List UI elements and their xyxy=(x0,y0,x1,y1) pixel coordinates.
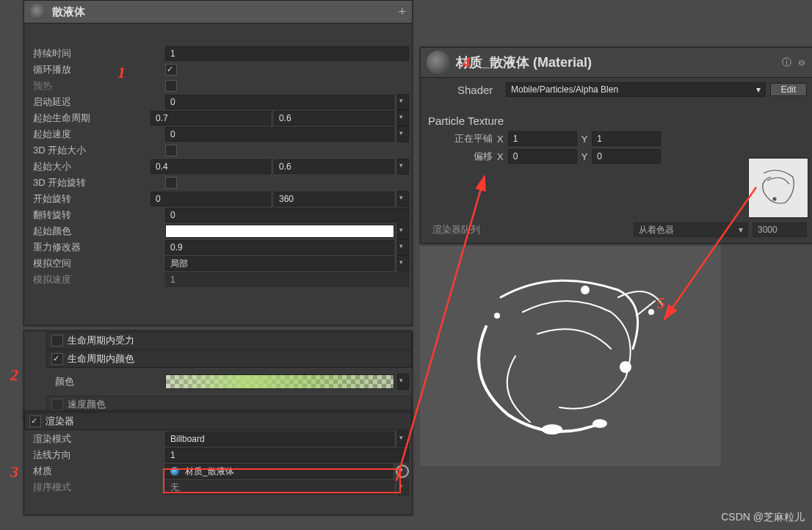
material-label: 材质 xyxy=(27,465,165,478)
annotation-1: 1 xyxy=(117,63,126,82)
gravity-input[interactable] xyxy=(165,240,394,255)
color-over-life-panel: 生命周期内受力 生命周期内颜色 颜色 速度颜色 xyxy=(23,330,413,420)
color-label: 颜色 xyxy=(49,375,165,388)
svg-point-6 xyxy=(648,309,654,315)
svg-point-0 xyxy=(773,197,776,200)
loop-label: 循环播放 xyxy=(27,63,165,76)
start-3d-rot-checkbox[interactable] xyxy=(165,177,177,189)
duration-label: 持续时间 xyxy=(27,47,165,60)
color-checkbox[interactable] xyxy=(51,353,63,365)
gravity-dropdown[interactable] xyxy=(397,239,409,255)
start-speed-dropdown[interactable] xyxy=(397,126,409,142)
tiling-y-input[interactable] xyxy=(592,131,661,146)
material-value: 材质_散液体 xyxy=(185,465,234,478)
duration-input[interactable] xyxy=(165,46,409,61)
texture-swatch[interactable] xyxy=(748,158,808,218)
sort-mode-dropdown[interactable] xyxy=(397,479,409,495)
start-color-swatch[interactable] xyxy=(165,225,394,238)
shader-select[interactable]: Mobile/Particles/Alpha Blen▾ xyxy=(506,82,766,97)
sim-space-dropdown[interactable] xyxy=(397,255,409,272)
sim-speed-input[interactable] xyxy=(165,272,409,287)
annotation-2: 2 xyxy=(10,366,18,385)
x-label-2: X xyxy=(497,151,504,162)
sim-space-select[interactable] xyxy=(165,256,394,271)
tiling-x-input[interactable] xyxy=(508,131,577,146)
watermark-text: CSDN @芝麻粒儿 xyxy=(721,511,805,524)
help-icon[interactable]: ⓘ xyxy=(782,56,791,69)
render-queue-label: 渲染器队列 xyxy=(427,223,521,236)
start-delay-label: 启动延迟 xyxy=(27,95,165,109)
sim-space-label: 模拟空间 xyxy=(27,257,165,270)
loop-checkbox[interactable] xyxy=(165,64,177,76)
start-rot-b-input[interactable] xyxy=(274,192,394,206)
annotation-3: 3 xyxy=(10,462,18,482)
start-3d-rot-label: 3D 开始旋转 xyxy=(27,176,165,189)
force-checkbox[interactable] xyxy=(51,335,63,346)
start-rot-dropdown[interactable] xyxy=(397,191,409,207)
settings-icon[interactable]: ⛭ xyxy=(797,57,807,68)
start-color-label: 起始颜色 xyxy=(27,225,165,238)
offset-label: 偏移 xyxy=(427,150,493,163)
prewarm-label: 预热 xyxy=(27,79,165,92)
normal-dir-input[interactable] xyxy=(165,448,409,462)
flip-rot-label: 翻转旋转 xyxy=(27,208,165,222)
edit-shader-button[interactable]: Edit xyxy=(770,83,807,96)
render-mode-select[interactable] xyxy=(165,432,394,446)
add-module-icon[interactable]: + xyxy=(398,4,406,20)
prewarm-checkbox[interactable] xyxy=(165,80,177,92)
start-size-label: 起始大小 xyxy=(27,160,151,173)
sort-mode-select[interactable] xyxy=(165,480,394,495)
material-sphere-icon xyxy=(170,467,179,476)
svg-point-2 xyxy=(620,361,631,373)
color-gradient-dropdown[interactable] xyxy=(397,374,409,390)
start-speed-input[interactable] xyxy=(165,127,394,142)
tiling-label: 正在平铺 xyxy=(427,132,493,145)
material-sphere-large-icon xyxy=(427,51,450,74)
annotation-4: 4 xyxy=(463,53,471,72)
color-section-header[interactable]: 生命周期内颜色 xyxy=(46,350,412,368)
y-label-2: Y xyxy=(581,151,588,162)
renderer-section-header[interactable]: 渲染器 xyxy=(24,413,412,430)
start-life-dropdown[interactable] xyxy=(397,110,409,126)
material-header: 材质_散液体 (Material) ⓘ ⛭ xyxy=(421,48,812,78)
offset-y-input[interactable] xyxy=(592,149,661,164)
start-life-label: 起始生命周期 xyxy=(27,112,151,125)
start-delay-dropdown[interactable] xyxy=(397,94,409,110)
sort-mode-label: 排序模式 xyxy=(27,481,165,494)
color-gradient[interactable] xyxy=(165,374,394,389)
start-speed-label: 起始速度 xyxy=(27,128,165,141)
start-color-dropdown[interactable] xyxy=(397,223,409,239)
material-field[interactable]: 材质_散液体 xyxy=(165,464,393,479)
ps-header[interactable]: 散液体 + xyxy=(24,1,412,23)
annotation-5: 5 xyxy=(657,294,665,313)
material-picker-icon[interactable] xyxy=(396,465,409,478)
queue-mode-select[interactable]: 从着色器▾ xyxy=(634,222,748,237)
queue-value-input[interactable] xyxy=(753,222,807,237)
render-mode-dropdown[interactable] xyxy=(397,431,409,447)
force-section-header[interactable]: 生命周期内受力 xyxy=(46,332,412,349)
particle-texture-label: Particle Texture xyxy=(421,112,812,130)
svg-point-5 xyxy=(494,313,500,319)
offset-x-input[interactable] xyxy=(508,149,577,164)
start-life-b-input[interactable] xyxy=(274,111,394,126)
normal-dir-label: 法线方向 xyxy=(27,449,165,462)
start-rot-a-input[interactable] xyxy=(151,192,271,206)
speed-color-checkbox[interactable] xyxy=(51,399,63,410)
svg-point-1 xyxy=(581,286,590,294)
renderer-checkbox[interactable] xyxy=(29,415,41,427)
texture-preview-large xyxy=(420,246,721,466)
y-label: Y xyxy=(581,134,588,145)
start-3d-size-label: 3D 开始大小 xyxy=(27,144,165,157)
start-3d-size-checkbox[interactable] xyxy=(165,145,177,156)
start-size-a-input[interactable] xyxy=(151,159,271,174)
flip-rot-input[interactable] xyxy=(165,208,409,222)
start-size-b-input[interactable] xyxy=(274,159,394,174)
material-title: 材质_散液体 (Material) xyxy=(456,54,776,71)
start-life-a-input[interactable] xyxy=(151,111,271,126)
particle-system-panel: 散液体 + 持续时间 循环播放 预热 启动延迟 起始生命周期 起始速度 3D 开… xyxy=(23,0,413,326)
start-size-dropdown[interactable] xyxy=(397,159,409,175)
start-delay-input[interactable] xyxy=(165,95,394,109)
render-mode-label: 渲染模式 xyxy=(27,432,165,446)
x-label: X xyxy=(497,134,504,145)
svg-point-3 xyxy=(542,424,562,435)
